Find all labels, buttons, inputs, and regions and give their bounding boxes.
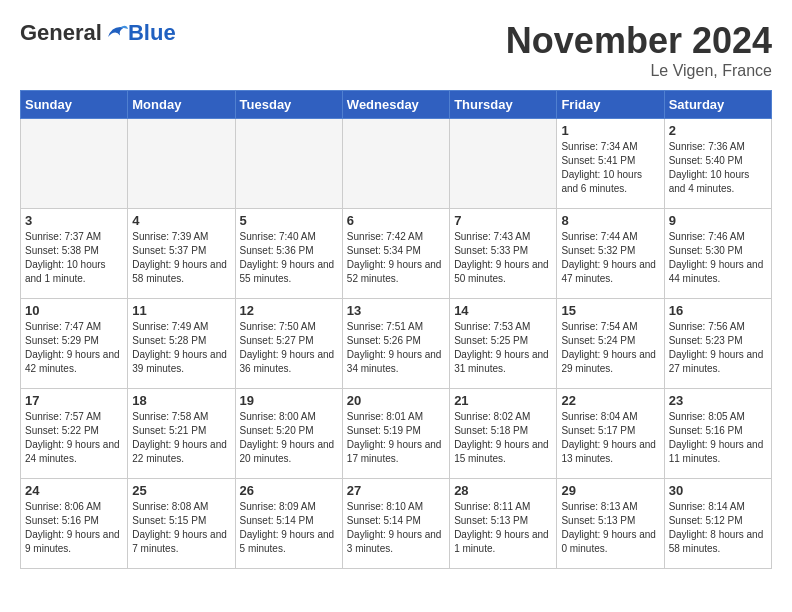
- day-info: Sunrise: 7:43 AM Sunset: 5:33 PM Dayligh…: [454, 230, 552, 286]
- calendar-day-header: Wednesday: [342, 91, 449, 119]
- calendar-week-row: 24Sunrise: 8:06 AM Sunset: 5:16 PM Dayli…: [21, 479, 772, 569]
- day-number: 1: [561, 123, 659, 138]
- day-info: Sunrise: 7:39 AM Sunset: 5:37 PM Dayligh…: [132, 230, 230, 286]
- calendar-cell: 5Sunrise: 7:40 AM Sunset: 5:36 PM Daylig…: [235, 209, 342, 299]
- day-info: Sunrise: 7:46 AM Sunset: 5:30 PM Dayligh…: [669, 230, 767, 286]
- day-number: 5: [240, 213, 338, 228]
- calendar-cell: [342, 119, 449, 209]
- day-info: Sunrise: 8:04 AM Sunset: 5:17 PM Dayligh…: [561, 410, 659, 466]
- day-number: 4: [132, 213, 230, 228]
- day-info: Sunrise: 7:36 AM Sunset: 5:40 PM Dayligh…: [669, 140, 767, 196]
- day-number: 27: [347, 483, 445, 498]
- day-info: Sunrise: 7:37 AM Sunset: 5:38 PM Dayligh…: [25, 230, 123, 286]
- day-number: 23: [669, 393, 767, 408]
- calendar-week-row: 3Sunrise: 7:37 AM Sunset: 5:38 PM Daylig…: [21, 209, 772, 299]
- calendar-cell: 11Sunrise: 7:49 AM Sunset: 5:28 PM Dayli…: [128, 299, 235, 389]
- calendar-cell: 30Sunrise: 8:14 AM Sunset: 5:12 PM Dayli…: [664, 479, 771, 569]
- calendar-cell: 2Sunrise: 7:36 AM Sunset: 5:40 PM Daylig…: [664, 119, 771, 209]
- day-number: 19: [240, 393, 338, 408]
- calendar-day-header: Saturday: [664, 91, 771, 119]
- day-info: Sunrise: 7:49 AM Sunset: 5:28 PM Dayligh…: [132, 320, 230, 376]
- calendar-cell: 4Sunrise: 7:39 AM Sunset: 5:37 PM Daylig…: [128, 209, 235, 299]
- day-number: 12: [240, 303, 338, 318]
- day-number: 9: [669, 213, 767, 228]
- day-info: Sunrise: 8:09 AM Sunset: 5:14 PM Dayligh…: [240, 500, 338, 556]
- calendar-week-row: 1Sunrise: 7:34 AM Sunset: 5:41 PM Daylig…: [21, 119, 772, 209]
- calendar-cell: [128, 119, 235, 209]
- calendar-cell: 19Sunrise: 8:00 AM Sunset: 5:20 PM Dayli…: [235, 389, 342, 479]
- calendar-cell: 29Sunrise: 8:13 AM Sunset: 5:13 PM Dayli…: [557, 479, 664, 569]
- calendar-header-row: SundayMondayTuesdayWednesdayThursdayFrid…: [21, 91, 772, 119]
- calendar-cell: 9Sunrise: 7:46 AM Sunset: 5:30 PM Daylig…: [664, 209, 771, 299]
- calendar-cell: 18Sunrise: 7:58 AM Sunset: 5:21 PM Dayli…: [128, 389, 235, 479]
- day-info: Sunrise: 8:13 AM Sunset: 5:13 PM Dayligh…: [561, 500, 659, 556]
- day-number: 17: [25, 393, 123, 408]
- calendar-table: SundayMondayTuesdayWednesdayThursdayFrid…: [20, 90, 772, 569]
- calendar-cell: [21, 119, 128, 209]
- calendar-cell: 28Sunrise: 8:11 AM Sunset: 5:13 PM Dayli…: [450, 479, 557, 569]
- calendar-cell: 3Sunrise: 7:37 AM Sunset: 5:38 PM Daylig…: [21, 209, 128, 299]
- day-number: 18: [132, 393, 230, 408]
- day-info: Sunrise: 7:54 AM Sunset: 5:24 PM Dayligh…: [561, 320, 659, 376]
- calendar-cell: 25Sunrise: 8:08 AM Sunset: 5:15 PM Dayli…: [128, 479, 235, 569]
- calendar-cell: 14Sunrise: 7:53 AM Sunset: 5:25 PM Dayli…: [450, 299, 557, 389]
- day-info: Sunrise: 7:56 AM Sunset: 5:23 PM Dayligh…: [669, 320, 767, 376]
- logo: General Blue: [20, 20, 176, 46]
- calendar-cell: 7Sunrise: 7:43 AM Sunset: 5:33 PM Daylig…: [450, 209, 557, 299]
- day-number: 24: [25, 483, 123, 498]
- day-info: Sunrise: 8:01 AM Sunset: 5:19 PM Dayligh…: [347, 410, 445, 466]
- day-info: Sunrise: 7:44 AM Sunset: 5:32 PM Dayligh…: [561, 230, 659, 286]
- calendar-cell: [235, 119, 342, 209]
- day-info: Sunrise: 8:10 AM Sunset: 5:14 PM Dayligh…: [347, 500, 445, 556]
- calendar-week-row: 17Sunrise: 7:57 AM Sunset: 5:22 PM Dayli…: [21, 389, 772, 479]
- day-number: 20: [347, 393, 445, 408]
- day-info: Sunrise: 8:11 AM Sunset: 5:13 PM Dayligh…: [454, 500, 552, 556]
- calendar-cell: 24Sunrise: 8:06 AM Sunset: 5:16 PM Dayli…: [21, 479, 128, 569]
- day-info: Sunrise: 7:57 AM Sunset: 5:22 PM Dayligh…: [25, 410, 123, 466]
- month-title: November 2024: [506, 20, 772, 62]
- day-number: 25: [132, 483, 230, 498]
- calendar-cell: 21Sunrise: 8:02 AM Sunset: 5:18 PM Dayli…: [450, 389, 557, 479]
- day-info: Sunrise: 7:42 AM Sunset: 5:34 PM Dayligh…: [347, 230, 445, 286]
- day-number: 6: [347, 213, 445, 228]
- day-info: Sunrise: 7:34 AM Sunset: 5:41 PM Dayligh…: [561, 140, 659, 196]
- calendar-cell: 26Sunrise: 8:09 AM Sunset: 5:14 PM Dayli…: [235, 479, 342, 569]
- location: Le Vigen, France: [506, 62, 772, 80]
- day-number: 3: [25, 213, 123, 228]
- day-number: 10: [25, 303, 123, 318]
- day-number: 28: [454, 483, 552, 498]
- title-section: November 2024 Le Vigen, France: [506, 20, 772, 80]
- calendar-cell: 1Sunrise: 7:34 AM Sunset: 5:41 PM Daylig…: [557, 119, 664, 209]
- calendar-cell: 15Sunrise: 7:54 AM Sunset: 5:24 PM Dayli…: [557, 299, 664, 389]
- day-number: 16: [669, 303, 767, 318]
- day-number: 2: [669, 123, 767, 138]
- calendar-day-header: Thursday: [450, 91, 557, 119]
- calendar-cell: 12Sunrise: 7:50 AM Sunset: 5:27 PM Dayli…: [235, 299, 342, 389]
- day-number: 15: [561, 303, 659, 318]
- day-info: Sunrise: 7:53 AM Sunset: 5:25 PM Dayligh…: [454, 320, 552, 376]
- day-info: Sunrise: 8:02 AM Sunset: 5:18 PM Dayligh…: [454, 410, 552, 466]
- day-number: 21: [454, 393, 552, 408]
- calendar-day-header: Tuesday: [235, 91, 342, 119]
- calendar-week-row: 10Sunrise: 7:47 AM Sunset: 5:29 PM Dayli…: [21, 299, 772, 389]
- calendar-day-header: Friday: [557, 91, 664, 119]
- calendar-day-header: Monday: [128, 91, 235, 119]
- day-number: 14: [454, 303, 552, 318]
- calendar-cell: 27Sunrise: 8:10 AM Sunset: 5:14 PM Dayli…: [342, 479, 449, 569]
- day-number: 22: [561, 393, 659, 408]
- day-info: Sunrise: 7:40 AM Sunset: 5:36 PM Dayligh…: [240, 230, 338, 286]
- calendar-cell: 23Sunrise: 8:05 AM Sunset: 5:16 PM Dayli…: [664, 389, 771, 479]
- calendar-cell: 22Sunrise: 8:04 AM Sunset: 5:17 PM Dayli…: [557, 389, 664, 479]
- calendar-day-header: Sunday: [21, 91, 128, 119]
- day-info: Sunrise: 7:50 AM Sunset: 5:27 PM Dayligh…: [240, 320, 338, 376]
- calendar-cell: 10Sunrise: 7:47 AM Sunset: 5:29 PM Dayli…: [21, 299, 128, 389]
- day-info: Sunrise: 8:14 AM Sunset: 5:12 PM Dayligh…: [669, 500, 767, 556]
- day-info: Sunrise: 8:06 AM Sunset: 5:16 PM Dayligh…: [25, 500, 123, 556]
- logo-blue-text: Blue: [128, 20, 176, 46]
- page-header: General Blue November 2024 Le Vigen, Fra…: [20, 20, 772, 80]
- day-info: Sunrise: 8:00 AM Sunset: 5:20 PM Dayligh…: [240, 410, 338, 466]
- day-number: 29: [561, 483, 659, 498]
- calendar-cell: 17Sunrise: 7:57 AM Sunset: 5:22 PM Dayli…: [21, 389, 128, 479]
- calendar-cell: 6Sunrise: 7:42 AM Sunset: 5:34 PM Daylig…: [342, 209, 449, 299]
- calendar-cell: 8Sunrise: 7:44 AM Sunset: 5:32 PM Daylig…: [557, 209, 664, 299]
